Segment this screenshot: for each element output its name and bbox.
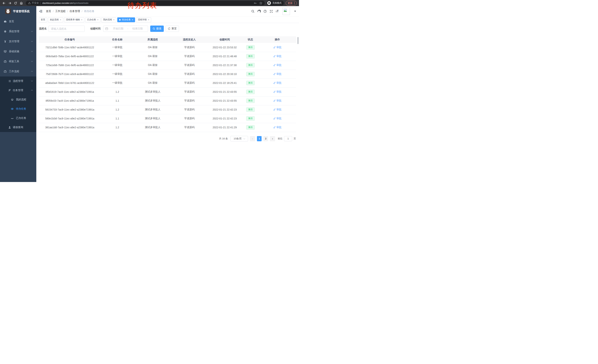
sidebar-item-home[interactable]: 首页: [0, 16, 36, 26]
help-icon[interactable]: [263, 10, 267, 13]
column-process: 所属流程: [134, 36, 171, 43]
page-size-select[interactable]: 10条/页: [231, 136, 248, 141]
prev-page-button[interactable]: [250, 136, 255, 141]
tab-home[interactable]: 首页: [39, 17, 47, 22]
close-icon[interactable]: [97, 18, 99, 21]
status-badge: 激活: [246, 90, 255, 94]
sidebar-item-process-management[interactable]: 流程管理: [0, 76, 36, 86]
sidebar-item-leave-query[interactable]: 请假查询: [0, 123, 36, 132]
tab-done-tasks[interactable]: 已办任务: [85, 17, 100, 22]
approve-link[interactable]: 审批: [273, 90, 282, 94]
close-icon[interactable]: [60, 18, 61, 21]
search-icon[interactable]: [251, 10, 255, 13]
back-icon[interactable]: [2, 1, 6, 5]
table-row: 725a1eb6-7b88-11ec-8ef0-acde48001122 一级审…: [39, 61, 296, 70]
page-scrollbar[interactable]: [297, 37, 299, 44]
page-button-1[interactable]: 1: [257, 136, 262, 141]
bookmark-star-icon[interactable]: [259, 1, 263, 5]
tab-my-process[interactable]: 我的流程: [101, 17, 116, 22]
update-label[interactable]: 更新: [288, 1, 292, 5]
sidebar-item-payment[interactable]: 支付管理: [0, 36, 36, 47]
next-page-button[interactable]: [270, 136, 275, 141]
browser-update-button[interactable]: 更新: [286, 1, 297, 6]
search-button[interactable]: 搜索: [150, 25, 164, 32]
security-label[interactable]: 不安全: [32, 1, 39, 5]
avatar-menu-caret-icon[interactable]: [294, 11, 296, 12]
breadcrumb-home[interactable]: 首页: [46, 10, 51, 13]
chevron-down-icon: [31, 80, 33, 82]
sidebar-item-todo-tasks[interactable]: 待办任务: [0, 104, 36, 113]
cell-actions: 审批: [259, 114, 296, 123]
collapse-sidebar-icon[interactable]: [39, 9, 43, 13]
forward-icon[interactable]: [8, 1, 12, 5]
close-icon[interactable]: [148, 18, 149, 21]
tree-icon: [8, 89, 11, 92]
date-start-placeholder[interactable]: 开始日期: [110, 27, 127, 30]
approve-link[interactable]: 审批: [273, 126, 282, 129]
close-icon[interactable]: [113, 18, 115, 21]
table-header-row: 任务编号 任务名称 所属流程 流程发起人 创建时间 状态 操作: [39, 36, 296, 43]
tab-process-form-edit[interactable]: 流程表单-编辑: [64, 17, 84, 22]
page-button-2[interactable]: 2: [263, 136, 268, 141]
password-key-icon[interactable]: [254, 1, 257, 5]
approve-link[interactable]: 审批: [273, 73, 282, 76]
total-count: 共 16 条: [219, 137, 228, 140]
table-row: a6aba0a4-7b6d-11ec-b781-acde48001122 一级审…: [39, 79, 296, 87]
breadcrumb-task-management[interactable]: 任务管理: [70, 10, 80, 13]
home-icon[interactable]: [19, 1, 23, 5]
sidebar-item-infrastructure[interactable]: 基础设施: [0, 47, 36, 57]
cell-actions: 审批: [259, 87, 296, 96]
fullscreen-icon[interactable]: [270, 10, 273, 13]
sidebar-item-label: 工作流程: [9, 70, 19, 73]
tab-start-process[interactable]: 发起流程: [48, 17, 63, 22]
approve-link[interactable]: 审批: [273, 117, 282, 120]
approve-link[interactable]: 审批: [273, 64, 282, 67]
sidebar-item-system[interactable]: 系统管理: [0, 26, 36, 36]
font-size-icon[interactable]: TT: [276, 10, 279, 13]
chevron-down-icon: [31, 50, 33, 52]
cell-task-name: 一级审批: [100, 70, 134, 79]
date-range-picker[interactable]: 开始日期 - 结束日期: [103, 25, 148, 32]
cell-starter: 芋道源码: [171, 79, 207, 87]
avatar[interactable]: [282, 8, 290, 15]
cell-created: 2022-01-21 22:43:55: [207, 96, 242, 105]
sidebar-item-dev-tools[interactable]: 研发工具: [0, 57, 36, 66]
approve-link[interactable]: 审批: [273, 46, 282, 49]
reload-icon[interactable]: [14, 1, 17, 5]
date-end-placeholder[interactable]: 结束日期: [129, 27, 146, 30]
cell-process: 测试多审批人: [134, 87, 171, 96]
cell-status: 激活: [242, 52, 259, 61]
cell-status: 激活: [242, 123, 259, 132]
sidebar-item-my-process[interactable]: 我的流程: [0, 95, 36, 104]
goto-page-input[interactable]: [284, 136, 292, 141]
process-name-input[interactable]: [49, 25, 85, 32]
briefcase-icon: [4, 70, 7, 73]
approve-link[interactable]: 审批: [273, 108, 282, 111]
goto-label: 前往: [278, 137, 282, 140]
approve-link[interactable]: 审批: [273, 55, 282, 58]
edit-pencil-icon: [273, 90, 276, 93]
cell-task-id: 8f0d1619-7ac8-11ec-a9e2-a2380e71991a: [39, 87, 100, 96]
cell-task-id: 725a1eb6-7b88-11ec-8ef0-acde48001122: [39, 61, 100, 70]
github-icon[interactable]: [257, 10, 261, 13]
tab-process-detail[interactable]: 流程详情: [136, 17, 151, 22]
sidebar-item-task-management[interactable]: 任务管理: [0, 86, 36, 95]
edit-pencil-icon: [273, 55, 276, 57]
close-icon[interactable]: [81, 18, 83, 21]
breadcrumb-workflow[interactable]: 工作流程: [55, 10, 66, 13]
edit-pencil-icon: [273, 82, 276, 84]
browser-menu-icon[interactable]: [294, 2, 295, 4]
chevron-down-icon: [243, 138, 245, 139]
magnifier-icon: [153, 27, 155, 30]
tab-todo-tasks[interactable]: 待办任务: [117, 17, 135, 22]
cell-actions: 审批: [259, 70, 296, 79]
sidebar-item-done-tasks[interactable]: 已办任务: [0, 113, 36, 123]
close-icon[interactable]: [132, 18, 133, 21]
approve-link[interactable]: 审批: [273, 99, 282, 102]
column-starter: 流程发起人: [171, 36, 207, 43]
sidebar-item-workflow[interactable]: 工作流程: [0, 66, 36, 76]
reset-button[interactable]: 重置: [166, 25, 179, 32]
approve-link[interactable]: 审批: [273, 81, 282, 85]
yen-icon: [4, 40, 7, 43]
cell-task-name: 一级审批: [100, 43, 134, 52]
